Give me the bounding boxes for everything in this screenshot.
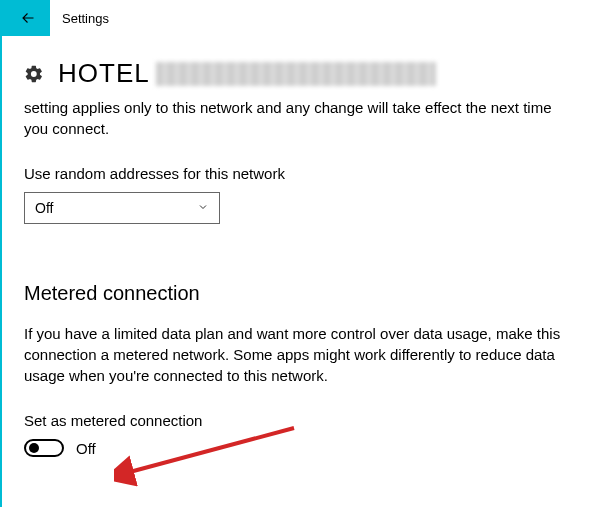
back-button[interactable] — [2, 0, 50, 36]
back-arrow-icon — [17, 9, 35, 27]
content-area: HOTEL setting applies only to this netwo… — [2, 36, 596, 457]
redacted-area — [156, 62, 436, 86]
metered-toggle-row: Off — [24, 439, 574, 457]
header: Settings — [2, 0, 596, 36]
metered-toggle-value: Off — [76, 440, 96, 457]
metered-description: If you have a limited data plan and want… — [24, 323, 564, 386]
random-addresses-label: Use random addresses for this network — [24, 165, 574, 182]
chevron-down-icon — [197, 201, 209, 216]
random-addresses-dropdown[interactable]: Off — [24, 192, 220, 224]
metered-toggle[interactable] — [24, 439, 64, 457]
metered-heading: Metered connection — [24, 282, 574, 305]
metered-toggle-label: Set as metered connection — [24, 412, 574, 429]
network-description: setting applies only to this network and… — [24, 97, 564, 139]
network-name: HOTEL — [58, 58, 150, 89]
network-title-row: HOTEL — [24, 58, 574, 89]
header-title: Settings — [62, 11, 109, 26]
toggle-knob — [29, 443, 39, 453]
dropdown-value: Off — [35, 200, 53, 216]
gear-icon — [24, 64, 44, 84]
